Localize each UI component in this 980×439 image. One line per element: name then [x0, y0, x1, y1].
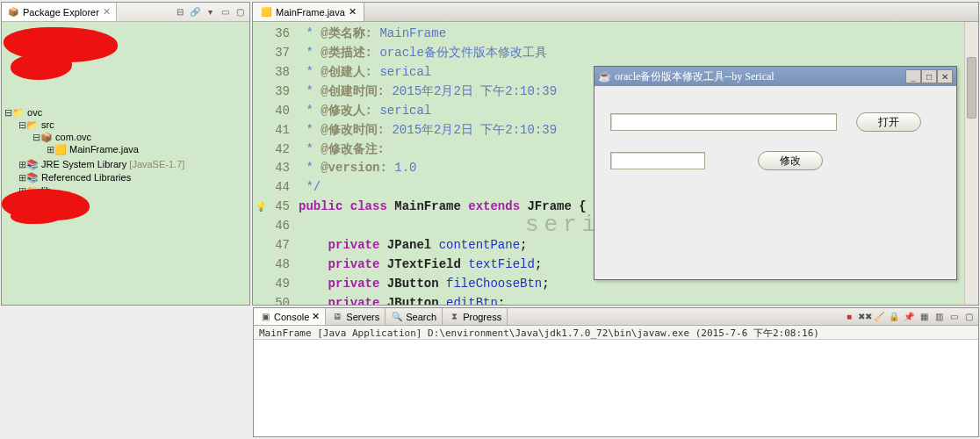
tree-node-package[interactable]: ⊟📦 com.ovc ⊞🟨 MainFrame.java [32, 131, 248, 157]
display-icon[interactable]: ▦ [918, 311, 930, 323]
scroll-lock-icon[interactable]: 🔒 [888, 311, 900, 323]
version-input[interactable] [610, 152, 705, 169]
tree-node-jre[interactable]: ⊞📚 JRE System Library [JavaSE-1.7] [18, 158, 248, 171]
window-titlebar[interactable]: ☕ oracle备份版本修改工具--by Serical _ □ ✕ [594, 67, 956, 86]
clear-icon[interactable]: 🧹 [873, 311, 885, 323]
pin-icon[interactable]: 📌 [903, 311, 915, 323]
tree-node-project[interactable]: ⊟📁 ovc ⊟📂 src ⊟📦 com.ovc [4, 106, 248, 198]
console-tab[interactable]: ▣ Console ✕ [254, 308, 326, 325]
scrollbar-thumb[interactable] [967, 57, 976, 119]
file-path-input[interactable] [610, 113, 837, 131]
servers-tab[interactable]: 🖥 Servers [326, 308, 386, 325]
console-icon: ▣ [259, 311, 271, 323]
code-line[interactable]: 50 private JButton editBtn; [253, 296, 978, 305]
explorer-tabbar: 📦 Package Explorer ✕ ⊟ 🔗 ▾ ▭ ▢ [2, 3, 249, 22]
redaction-scribble [11, 54, 72, 80]
close-icon[interactable]: ✕ [349, 6, 357, 18]
tree-node-reflib[interactable]: ⊞📚 Referenced Libraries [18, 171, 248, 184]
java-app-window[interactable]: ☕ oracle备份版本修改工具--by Serical _ □ ✕ 打开 [594, 66, 957, 280]
code-line[interactable]: 37 * @类描述: oracle备份文件版本修改工具 [253, 45, 978, 64]
terminate-icon[interactable]: ■ [843, 311, 855, 323]
redaction-scribble [11, 206, 63, 224]
minimize-icon[interactable]: ▭ [219, 6, 231, 18]
search-tab[interactable]: 🔍 Search [386, 308, 443, 325]
java-file-icon: 🟨 [260, 6, 272, 18]
link-editor-icon[interactable]: 🔗 [189, 6, 201, 18]
explorer-title: Package Explorer [23, 7, 99, 18]
console-status: MainFrame [Java Application] D:\environm… [254, 326, 978, 340]
tree-node-src[interactable]: ⊟📂 src ⊟📦 com.ovc ⊞🟨 MainFrame. [18, 119, 248, 158]
console-output[interactable] [254, 340, 978, 436]
package-explorer-tab[interactable]: 📦 Package Explorer ✕ [2, 3, 117, 21]
editor-view: 🟨 MainFrame.java ✕ 36 * @类名称: MainFrame3… [252, 2, 979, 306]
search-icon: 🔍 [391, 311, 403, 323]
console-tabbar: ▣ Console ✕ 🖥 Servers 🔍 Search ⧗ Progres… [254, 308, 978, 326]
close-button[interactable]: ✕ [937, 69, 953, 83]
servers-icon: 🖥 [331, 311, 343, 323]
progress-icon: ⧗ [448, 311, 460, 323]
editor-tabbar: 🟨 MainFrame.java ✕ [253, 3, 978, 22]
close-icon[interactable]: ✕ [312, 311, 320, 322]
console-view: ▣ Console ✕ 🖥 Servers 🔍 Search ⧗ Progres… [253, 307, 979, 437]
close-icon[interactable]: ✕ [103, 6, 111, 18]
editor-tab[interactable]: 🟨 MainFrame.java ✕ [253, 3, 364, 21]
package-explorer-view: 📦 Package Explorer ✕ ⊟ 🔗 ▾ ▭ ▢ ⊟📁 ovc [1, 2, 250, 306]
maximize-icon[interactable]: ▢ [234, 6, 246, 18]
remove-all-icon[interactable]: ✖✖ [858, 311, 870, 323]
code-line[interactable]: 36 * @类名称: MainFrame [253, 25, 978, 45]
tree-node-file[interactable]: ⊞🟨 MainFrame.java [46, 143, 248, 156]
collapse-all-icon[interactable]: ⊟ [174, 6, 186, 18]
edit-button[interactable]: 修改 [758, 151, 823, 170]
project-tree[interactable]: ⊟📁 ovc ⊟📂 src ⊟📦 com.ovc [4, 106, 248, 198]
vertical-scrollbar[interactable] [964, 22, 978, 305]
code-editor[interactable]: 36 * @类名称: MainFrame37 * @类描述: oracle备份文… [253, 22, 978, 305]
explorer-body: ⊟📁 ovc ⊟📂 src ⊟📦 com.ovc [2, 22, 249, 305]
view-menu-icon[interactable]: ▾ [204, 6, 216, 18]
package-icon: 📦 [7, 6, 19, 18]
window-body: 打开 修改 [594, 86, 956, 279]
minimize-icon[interactable]: ▭ [948, 311, 960, 323]
maximize-icon[interactable]: ▢ [962, 311, 975, 323]
maximize-button[interactable]: □ [921, 69, 937, 83]
open-console-icon[interactable]: ▥ [933, 311, 945, 323]
progress-tab[interactable]: ⧗ Progress [443, 308, 508, 325]
open-button[interactable]: 打开 [856, 112, 921, 132]
minimize-button[interactable]: _ [905, 69, 921, 83]
java-icon: ☕ [598, 70, 611, 83]
